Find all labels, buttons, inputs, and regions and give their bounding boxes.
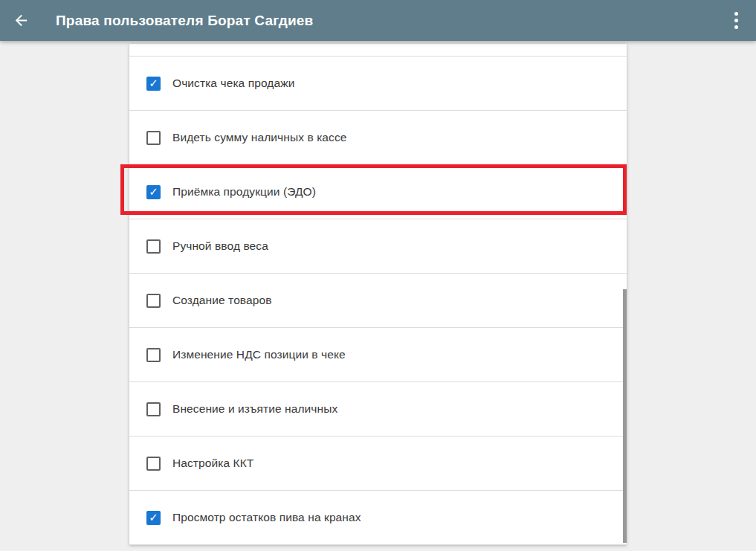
- permission-label: Создание товаров: [172, 294, 272, 307]
- kebab-menu-icon: [734, 12, 738, 29]
- permission-label: Изменение НДС позиции в чеке: [172, 348, 346, 361]
- checkbox[interactable]: ✓: [146, 294, 161, 308]
- permission-row-izmenenie-nds[interactable]: ✓ Изменение НДС позиции в чеке: [129, 328, 627, 382]
- permission-row-ochistka-cheka[interactable]: ✓ Очистка чека продажи: [129, 57, 627, 111]
- partial-row-top: [129, 44, 627, 57]
- checkbox[interactable]: ✓: [146, 348, 161, 362]
- permission-row-prosmotr-piva[interactable]: ✓ Просмотр остатков пива на кранах: [129, 491, 627, 545]
- checkbox[interactable]: ✓: [146, 457, 161, 471]
- checkbox[interactable]: ✓: [146, 131, 161, 145]
- permissions-panel: ✓ Очистка чека продажи ✓ Видеть сумму на…: [129, 44, 627, 545]
- checkbox[interactable]: ✓: [146, 77, 161, 91]
- permission-row-ruchnoy-vvod[interactable]: ✓ Ручной ввод веса: [129, 219, 627, 274]
- permission-row-videt-summu[interactable]: ✓ Видеть сумму наличных в кассе: [129, 111, 627, 165]
- permission-row-sozdanie-tovarov[interactable]: ✓ Создание товаров: [129, 274, 627, 328]
- overflow-menu-button[interactable]: [720, 0, 756, 41]
- permission-label: Видеть сумму наличных в кассе: [172, 131, 347, 144]
- permission-label: Настройка ККТ: [172, 457, 253, 470]
- permission-label: Приёмка продукции (ЭДО): [172, 185, 316, 199]
- permission-label: Очистка чека продажи: [172, 77, 294, 90]
- checkbox[interactable]: ✓: [146, 239, 161, 254]
- arrow-left-icon: [13, 12, 30, 29]
- permission-label: Просмотр остатков пива на кранах: [172, 511, 361, 524]
- checkbox[interactable]: ✓: [146, 185, 161, 199]
- check-icon: ✓: [149, 512, 158, 523]
- page-title: Права пользователя Борат Сагдиев: [56, 13, 313, 29]
- permission-row-nastroyka-kkt[interactable]: ✓ Настройка ККТ: [129, 436, 627, 491]
- checkbox[interactable]: ✓: [146, 402, 161, 416]
- app-bar: Права пользователя Борат Сагдиев: [0, 0, 756, 41]
- checkbox[interactable]: ✓: [146, 511, 161, 525]
- permission-label: Внесение и изъятие наличных: [172, 402, 337, 416]
- scrollbar-thumb[interactable]: [623, 289, 627, 543]
- permission-row-priemka-edo[interactable]: ✓ Приёмка продукции (ЭДО): [129, 165, 627, 219]
- back-button[interactable]: [0, 0, 42, 41]
- permission-label: Ручной ввод веса: [172, 239, 268, 253]
- check-icon: ✓: [149, 77, 158, 88]
- check-icon: ✓: [149, 186, 158, 197]
- permission-row-vnesenie-izyatie[interactable]: ✓ Внесение и изъятие наличных: [129, 382, 627, 436]
